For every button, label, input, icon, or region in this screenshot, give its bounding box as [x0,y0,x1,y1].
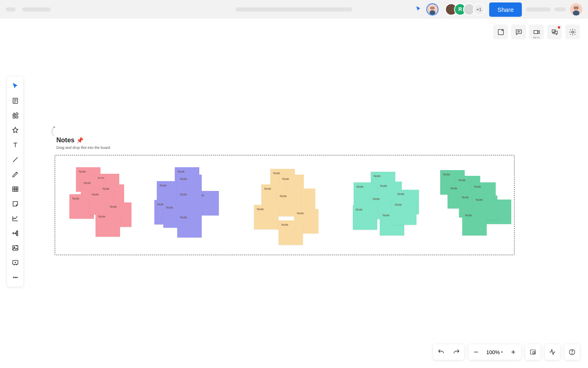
undo-button[interactable] [433,344,449,360]
zoom-group: 100% [468,344,521,360]
right-placeholder-2[interactable] [555,7,566,11]
sticky-note[interactable]: Note [278,220,303,245]
svg-point-0 [430,6,434,10]
avatar-more[interactable]: +1 [473,3,485,16]
help-group [564,344,580,360]
sticky-note[interactable]: Note [462,211,487,236]
svg-point-47 [572,353,572,354]
zoom-level[interactable]: 100% [484,349,506,355]
right-placeholder-1[interactable] [526,7,550,11]
zoom-out-button[interactable] [468,344,484,360]
zoom-in-button[interactable] [506,344,521,360]
title-placeholder[interactable] [22,7,51,11]
avatar-more-label: +1 [477,7,482,12]
sticky-note[interactable]: Note [177,213,202,238]
notes-section-title: Notes 📌 [56,137,83,144]
sticky-note[interactable]: Note [353,205,377,230]
undo-redo-group [433,344,464,360]
menu-placeholder[interactable] [6,7,16,11]
svg-point-6 [574,7,576,9]
svg-point-7 [577,7,578,9]
cursor-icon [415,6,421,13]
minimap-button[interactable] [525,344,541,360]
top-bar: R +1 Share [0,0,588,19]
self-avatar[interactable] [426,3,439,16]
svg-point-3 [433,7,434,9]
share-button[interactable]: Share [489,2,522,17]
activity-group [545,344,560,360]
svg-point-4 [574,6,579,11]
svg-rect-5 [573,11,579,16]
notes-section-subtitle: Drag and drop this into the board. [56,146,111,150]
svg-point-2 [430,7,432,9]
top-bar-center [236,7,352,11]
activity-button[interactable] [545,344,560,360]
board-name-placeholder[interactable] [236,7,352,11]
bottom-bars: 100% [433,344,580,360]
sticky-note[interactable]: Note [254,205,278,229]
profile-avatar[interactable] [570,3,582,16]
top-bar-left [6,7,51,11]
sticky-note[interactable]: Note [392,200,416,225]
notes-title-text: Notes [56,137,74,144]
canvas[interactable]: Notes 📌 Drag and drop this into the boar… [0,19,588,368]
pin-icon: 📌 [76,137,83,144]
help-button[interactable] [564,344,580,360]
collaborator-avatars: R +1 [448,3,485,16]
top-bar-right: R +1 Share [415,2,582,17]
svg-rect-45 [533,352,535,354]
sticky-note[interactable]: Note [96,212,120,237]
minimap-group [525,344,541,360]
avatar-initial: R [459,7,462,12]
redo-button[interactable] [449,344,464,360]
arrow-decoration [49,125,56,137]
svg-rect-1 [430,11,435,15]
